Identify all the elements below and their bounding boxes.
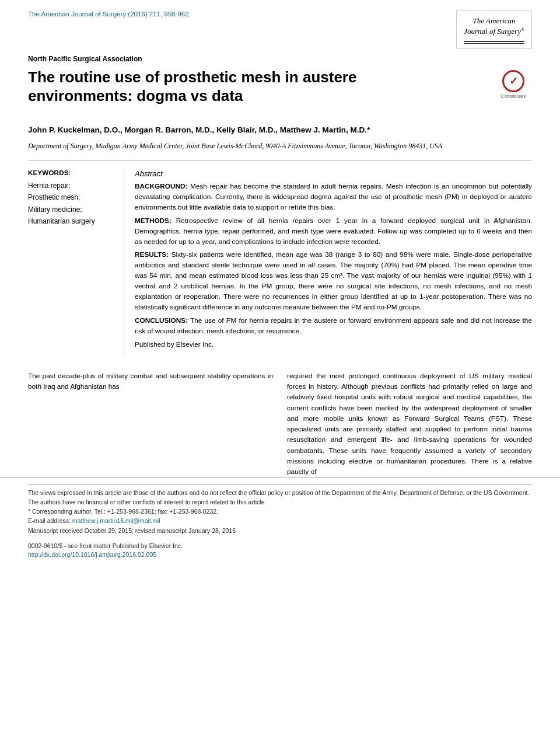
footnote-2: The authors have no financial or other c…: [28, 497, 532, 507]
abstract-section: KEYWORDS: Hernia repair; Prosthetic mesh…: [28, 169, 532, 353]
conclusions-text: The use of PM for hernia repairs in the …: [135, 316, 532, 335]
logo-line2: Journal of Surgery®: [464, 26, 524, 37]
body-left-text: The past decade-plus of military combat …: [28, 371, 273, 392]
top-bar: The American Journal of Surgery (2016) 2…: [0, 0, 560, 49]
authors: John P. Kuckelman, D.O., Morgan R. Barro…: [28, 124, 532, 136]
crossmark-badge: ✓ CrossMark: [501, 70, 526, 99]
logo-divider: [464, 41, 524, 44]
methods-head: METHODS:: [135, 217, 172, 225]
results-text: Sixty-six patients were identified, mean…: [135, 250, 532, 311]
background-text: Mesh repair has become the standard in a…: [135, 182, 532, 211]
title-row: The routine use of prosthetic mesh in au…: [28, 68, 532, 115]
journal-citation[interactable]: The American Journal of Surgery (2016) 2…: [28, 11, 189, 18]
footnotes-divider: [28, 484, 532, 484]
section-label: North Pacific Surgical Association: [28, 55, 532, 63]
conclusions-head: CONCLUSIONS:: [135, 316, 188, 325]
abstract-conclusions: CONCLUSIONS: The use of PM for hernia re…: [135, 316, 532, 337]
abstract-published: Published by Elsevier Inc.: [135, 340, 532, 350]
keyword-2: Prosthetic mesh;: [28, 191, 113, 203]
keyword-4: Humanitarian surgery: [28, 215, 113, 227]
abstract-text: BACKGROUND: Mesh repair has become the s…: [135, 182, 532, 350]
main-title: The routine use of prosthetic mesh in au…: [28, 68, 425, 106]
footnotes-section: The views expressed in this article are …: [0, 477, 560, 535]
keywords-column: KEYWORDS: Hernia repair; Prosthetic mesh…: [28, 169, 124, 353]
abstract-column: Abstract BACKGROUND: Mesh repair has bec…: [135, 169, 532, 353]
keyword-3: Military medicine;: [28, 204, 113, 215]
page: The American Journal of Surgery (2016) 2…: [0, 0, 560, 753]
footnote-4: E-mail address: matthew.j.martin16.mil@m…: [28, 516, 532, 525]
logo-line1: The American: [464, 16, 524, 26]
issn-text: 0002-9610/$ - see front matter Published…: [28, 542, 532, 549]
divider-top: [28, 161, 532, 161]
bottom-bar: 0002-9610/$ - see front matter Published…: [0, 535, 560, 563]
body-left-col: The past decade-plus of military combat …: [28, 371, 273, 477]
body-right-col: required the most prolonged continuous d…: [287, 371, 532, 477]
email-link[interactable]: matthew.j.martin16.mil@mail.mil: [72, 517, 160, 524]
abstract-background: BACKGROUND: Mesh repair has become the s…: [135, 182, 532, 213]
background-head: BACKGROUND:: [135, 182, 187, 190]
footnote-5: Manuscript received October 29, 2015; re…: [28, 526, 532, 535]
results-head: RESULTS:: [135, 250, 169, 259]
footnote-1: The views expressed in this article are …: [28, 488, 532, 497]
published-text: Published by Elsevier Inc.: [135, 340, 214, 348]
body-right-text: required the most prolonged continuous d…: [287, 371, 532, 477]
methods-text: Retrospective review of all hernia repai…: [135, 217, 532, 246]
abstract-methods: METHODS: Retrospective review of all her…: [135, 216, 532, 247]
affiliation: Department of Surgery, Madigan Army Medi…: [28, 141, 532, 151]
keyword-1: Hernia repair;: [28, 180, 113, 191]
abstract-title: Abstract: [135, 169, 532, 178]
doi-link[interactable]: http://dx.doi.org/10.1016/j.amjsurg.2016…: [28, 551, 532, 558]
footnote-3: * Corresponding author. Tel.: +1-253-968…: [28, 507, 532, 516]
abstract-results: RESULTS: Sixty-six patients were identif…: [135, 250, 532, 313]
body-section: The past decade-plus of military combat …: [0, 360, 560, 477]
crossmark-icon: ✓: [502, 70, 524, 92]
journal-logo: The American Journal of Surgery®: [456, 11, 532, 49]
keywords-title: KEYWORDS:: [28, 169, 113, 176]
main-content: North Pacific Surgical Association The r…: [0, 55, 560, 353]
crossmark-label: CrossMark: [501, 93, 526, 99]
keywords-list: Hernia repair; Prosthetic mesh; Military…: [28, 180, 113, 228]
